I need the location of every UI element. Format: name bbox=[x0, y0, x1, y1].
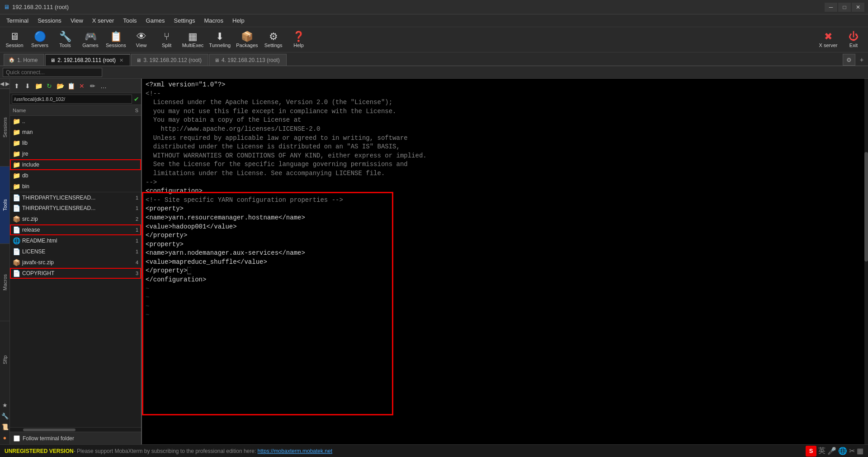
list-item[interactable]: 📦 src.zip 2 bbox=[10, 214, 141, 224]
list-item[interactable]: 📄 LICENSE 1 bbox=[10, 246, 141, 257]
quick-connect-bar bbox=[0, 66, 868, 79]
list-item[interactable]: 📁 bin bbox=[10, 181, 141, 192]
list-item[interactable]: 🌐 README.html 1 bbox=[10, 235, 141, 246]
menu-view[interactable]: View bbox=[66, 16, 88, 25]
tab-3-label: 4. 192.168.20.113 (root) bbox=[222, 57, 280, 63]
term-line: <property> bbox=[146, 205, 864, 214]
left-tab-sftp[interactable]: Sftp bbox=[0, 321, 9, 398]
session-icon: 🖥 bbox=[9, 32, 19, 42]
menu-tools[interactable]: Tools bbox=[118, 16, 141, 25]
tb-multiexec-button[interactable]: ▦ MultiExec bbox=[180, 29, 206, 51]
left-icon-tool[interactable]: 🔧 bbox=[0, 411, 10, 421]
list-item[interactable]: 📄 THIRDPARTYLICENSREAD... 1 bbox=[10, 192, 141, 203]
menu-xserver[interactable]: X server bbox=[88, 16, 118, 25]
list-item[interactable]: 📁 lib bbox=[10, 138, 141, 148]
quick-connect-input[interactable] bbox=[3, 68, 102, 77]
term-line: <name>yarn.nodemanager.aux-services</nam… bbox=[146, 249, 864, 258]
nav-forward-button[interactable]: ▶ bbox=[5, 80, 10, 88]
file-name: COPYRIGHT bbox=[22, 270, 127, 276]
menu-macros[interactable]: Macros bbox=[199, 16, 228, 25]
left-tab-macros[interactable]: Macros bbox=[0, 243, 9, 321]
file-panel: ⬆ ⬇ 📁 ↻ 📂 📋 ✕ ✏ … ✔ Name S 📁 .. bbox=[10, 79, 142, 444]
status-icon-net[interactable]: 🌐 bbox=[838, 447, 847, 455]
tb-split-button[interactable]: ⑂ Split bbox=[155, 29, 179, 51]
sessions-icon: 📋 bbox=[110, 32, 122, 42]
tb-xserver-button[interactable]: ✖ X server bbox=[816, 29, 840, 51]
maximize-button[interactable]: □ bbox=[838, 3, 851, 12]
doc-icon: 📄 bbox=[13, 270, 20, 277]
tb-tunneling-button[interactable]: ⬇ Tunneling bbox=[207, 29, 232, 51]
tab-settings-button[interactable]: ⚙ bbox=[843, 54, 855, 66]
tb-session-button[interactable]: 🖥 Session bbox=[3, 29, 26, 51]
status-icon-grid[interactable]: ▦ bbox=[857, 447, 863, 455]
left-icon-macro[interactable]: 📜 bbox=[0, 422, 10, 432]
path-input[interactable] bbox=[12, 95, 132, 104]
tb-packages-button[interactable]: 📦 Packages bbox=[234, 29, 259, 51]
tb-help-button[interactable]: ❓ Help bbox=[287, 29, 311, 51]
fp-rename-button[interactable]: ✏ bbox=[88, 81, 98, 91]
list-item-include[interactable]: 📁 include bbox=[10, 159, 141, 170]
term-line: ~ bbox=[146, 311, 864, 320]
file-name: README.html bbox=[22, 238, 127, 244]
tab-add-button[interactable]: + bbox=[855, 54, 868, 66]
fp-refresh-button[interactable]: ↻ bbox=[44, 81, 54, 91]
tunneling-icon: ⬇ bbox=[216, 32, 224, 42]
status-icon-lang[interactable]: 英 bbox=[818, 446, 826, 456]
list-item[interactable]: 📁 .. bbox=[10, 116, 141, 127]
terminal-panel[interactable]: <?xml version="1.0"?> <!-- Licensed unde… bbox=[142, 79, 868, 444]
fp-download-button[interactable]: ⬇ bbox=[23, 81, 33, 91]
tb-games-label: Games bbox=[82, 43, 98, 48]
nav-back-button[interactable]: ◀ bbox=[0, 80, 5, 88]
tab-1[interactable]: 🖥 2. 192.168.20.111 (root) ✕ bbox=[45, 54, 130, 66]
close-button[interactable]: ✕ bbox=[852, 3, 864, 12]
view-icon: 👁 bbox=[137, 32, 146, 42]
fp-more-button[interactable]: … bbox=[99, 81, 108, 91]
fp-copy-button[interactable]: 📋 bbox=[66, 81, 76, 91]
list-item-copyright[interactable]: 📄 COPYRIGHT 3 bbox=[10, 268, 141, 279]
menu-settings[interactable]: Settings bbox=[170, 16, 200, 25]
list-item-release[interactable]: 📄 release 1 bbox=[10, 224, 141, 235]
mobaxterm-logo: S bbox=[806, 446, 816, 457]
menu-help[interactable]: Help bbox=[228, 16, 249, 25]
tab-3[interactable]: 🖥 4. 192.168.20.113 (root) bbox=[209, 54, 287, 66]
tb-servers-button[interactable]: 🔵 Servers bbox=[28, 29, 52, 51]
status-icon-scissors[interactable]: ✂ bbox=[849, 447, 855, 455]
menu-games[interactable]: Games bbox=[142, 16, 170, 25]
list-item[interactable]: 📁 man bbox=[10, 127, 141, 138]
tab-1-close[interactable]: ✕ bbox=[119, 57, 123, 63]
folder-icon: 📁 bbox=[13, 129, 20, 136]
minimize-button[interactable]: ─ bbox=[825, 3, 837, 12]
list-item[interactable]: 📁 db bbox=[10, 170, 141, 181]
left-tab-tools[interactable]: Tools bbox=[0, 166, 9, 243]
tb-sessions-button[interactable]: 📋 Sessions bbox=[104, 29, 128, 51]
fp-browse-button[interactable]: 📂 bbox=[55, 81, 65, 91]
scrollbar-vertical[interactable] bbox=[864, 79, 868, 444]
tab-2[interactable]: 🖥 3. 192.168.20.112 (root) bbox=[131, 54, 208, 66]
tb-games-button[interactable]: 🎮 Games bbox=[79, 29, 102, 51]
file-size: 1 bbox=[129, 195, 138, 200]
left-icon-star[interactable]: ★ bbox=[0, 400, 10, 410]
menu-sessions[interactable]: Sessions bbox=[33, 16, 66, 25]
tab-0[interactable]: 🏠 1. Home bbox=[4, 54, 44, 66]
follow-terminal-checkbox[interactable] bbox=[14, 435, 20, 442]
fp-upload-button[interactable]: ⬆ bbox=[12, 81, 22, 91]
left-icon-dot[interactable]: ● bbox=[0, 433, 10, 443]
tb-view-button[interactable]: 👁 View bbox=[130, 29, 153, 51]
menu-terminal[interactable]: Terminal bbox=[2, 16, 33, 25]
left-tab-sessions[interactable]: Sessions bbox=[0, 89, 9, 166]
fp-newfolder-button[interactable]: 📁 bbox=[33, 81, 43, 91]
list-item[interactable]: 📦 javafx-src.zip 4 bbox=[10, 257, 141, 268]
file-size: 1 bbox=[129, 227, 138, 233]
status-icon-mic[interactable]: 🎤 bbox=[827, 447, 836, 455]
status-bar-link[interactable]: https://mobaxterm.mobatek.net bbox=[258, 448, 332, 454]
fp-delete-button[interactable]: ✕ bbox=[77, 81, 87, 91]
tb-tools-button[interactable]: 🔧 Tools bbox=[53, 29, 77, 51]
list-item[interactable]: 📁 jre bbox=[10, 148, 141, 159]
tb-settings-button[interactable]: ⚙ Settings bbox=[262, 29, 285, 51]
tab-3-icon: 🖥 bbox=[214, 57, 219, 63]
tb-sessions-label: Sessions bbox=[106, 43, 126, 48]
list-item[interactable]: 📄 THIRDPARTYLICENSREAD... 1 bbox=[10, 203, 141, 214]
tb-exit-button[interactable]: ⏻ Exit bbox=[842, 29, 865, 51]
doc-icon: 📄 bbox=[13, 248, 20, 255]
tb-view-label: View bbox=[136, 43, 147, 48]
